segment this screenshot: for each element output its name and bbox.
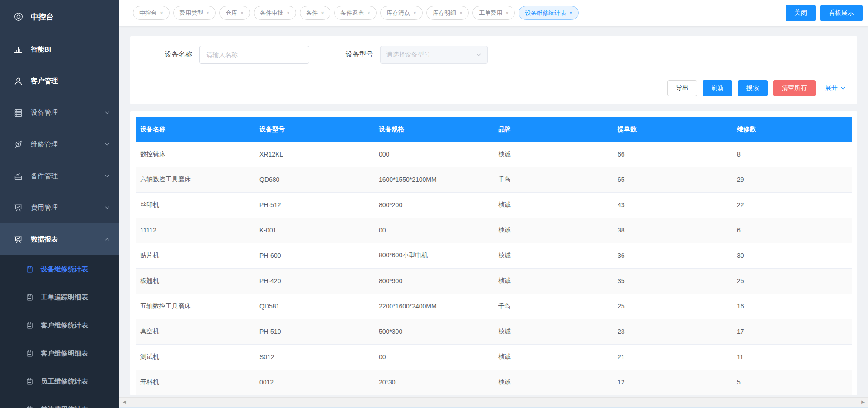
topbar: 中控台×费用类型×仓库×备件审批×备件×备件返仓×库存清点×库存明细×工单费用×…: [119, 0, 868, 26]
table-cell: 36: [613, 243, 732, 268]
close-icon[interactable]: ×: [287, 10, 290, 16]
scroll-left-icon[interactable]: ◀: [123, 400, 126, 404]
table-head: 设备名称设备型号设备规格品牌提单数维修数: [136, 117, 852, 142]
table-cell: 66: [613, 142, 732, 167]
sidebar-item[interactable]: 数据报表: [0, 223, 119, 255]
sidebar-item[interactable]: 维修管理: [0, 128, 119, 160]
tab-chip[interactable]: 设备维修统计表×: [519, 6, 579, 20]
close-button[interactable]: 关闭: [786, 5, 816, 21]
table-row[interactable]: 开料机001220*30桢诚125: [136, 370, 852, 395]
table-cell: 25: [613, 294, 732, 319]
sidebar-item-label: 数据报表: [31, 235, 58, 244]
close-icon[interactable]: ×: [505, 10, 509, 16]
table-cell: 500*300: [374, 319, 494, 344]
sidebar-item[interactable]: 智能BI: [0, 33, 119, 65]
close-icon[interactable]: ×: [569, 10, 572, 16]
table-cell: 桢诚: [494, 192, 613, 218]
tab-chip[interactable]: 备件审批×: [254, 6, 296, 20]
expense-icon: [14, 203, 23, 213]
close-icon[interactable]: ×: [367, 10, 370, 16]
board-display-button[interactable]: 看板展示: [820, 5, 863, 21]
export-button[interactable]: 导出: [667, 80, 697, 96]
sidebar-logo[interactable]: 中控台: [0, 0, 119, 33]
submenu-item[interactable]: 客户维修统计表: [0, 311, 119, 339]
tab-chip[interactable]: 费用类型×: [173, 6, 216, 20]
tab-chip[interactable]: 仓库×: [219, 6, 250, 20]
sidebar-item-label: 客户管理: [31, 77, 58, 85]
horizontal-scrollbar[interactable]: ◀ ▶: [119, 397, 868, 408]
table-row[interactable]: 六轴数控工具磨床QD6801600*1550*2100MM千岛6529: [136, 167, 852, 192]
table-row[interactable]: 数控铣床XR12KL000桢诚668: [136, 142, 852, 167]
tab-chip[interactable]: 备件×: [300, 6, 330, 20]
sidebar-item-label: 维修管理: [31, 140, 58, 149]
expand-label: 展开: [825, 84, 838, 92]
submenu-item[interactable]: 员工维修统计表: [0, 367, 119, 395]
table-cell: 数控铣床: [136, 142, 255, 167]
table-cell: 五轴数控工具磨床: [136, 294, 255, 319]
close-icon[interactable]: ×: [413, 10, 416, 16]
sheet-icon: [25, 293, 34, 302]
sidebar-item[interactable]: 费用管理: [0, 192, 119, 223]
filter-form: 设备名称 设备型号 请选择设备型号: [130, 36, 857, 73]
sidebar-item[interactable]: 设备管理: [0, 97, 119, 128]
spareparts-icon: [14, 171, 23, 181]
sidebar-item[interactable]: 备件管理: [0, 160, 119, 192]
table-cell: 23: [613, 319, 732, 344]
device-name-input[interactable]: [199, 46, 309, 64]
close-icon[interactable]: ×: [321, 10, 324, 16]
table-row[interactable]: 测试机S01200桢诚2111: [136, 344, 852, 370]
tab-label: 仓库: [226, 9, 237, 17]
app-title: 中控台: [31, 12, 54, 22]
table-row[interactable]: 丝印机PH-512800*200桢诚4322: [136, 192, 852, 218]
table-row[interactable]: 五轴数控工具磨床QD5812200*1600*2400MM千岛2516: [136, 294, 852, 319]
close-icon[interactable]: ×: [160, 10, 163, 16]
tab-chip[interactable]: 库存明细×: [426, 6, 469, 20]
table-cell: 开料机: [136, 370, 255, 395]
sidebar: 中控台 智能BI客户管理设备管理维修管理备件管理费用管理数据报表 设备维修统计表…: [0, 0, 119, 408]
table-cell: 30: [732, 243, 852, 268]
device-icon: [14, 108, 23, 118]
table-row[interactable]: 11112K-00100桢诚386: [136, 218, 852, 243]
clear-all-button[interactable]: 清空所有: [773, 80, 816, 96]
table-row[interactable]: 贴片机PH-600800*600小型电机桢诚3630: [136, 243, 852, 268]
sheet-icon: [25, 349, 34, 358]
submenu-item[interactable]: 客户维修明细表: [0, 339, 119, 367]
device-model-placeholder: 请选择设备型号: [386, 51, 430, 59]
chevron-up-icon: [104, 236, 110, 242]
table-row[interactable]: 板翘机PH-420800*900桢诚3525: [136, 268, 852, 294]
expand-toggle[interactable]: 展开: [825, 84, 846, 92]
device-model-select[interactable]: 请选择设备型号: [380, 46, 488, 64]
submenu-item[interactable]: 工单追踪明细表: [0, 283, 119, 311]
tab-chip[interactable]: 库存清点×: [380, 6, 423, 20]
submenu-item-label: 差旅费用统计表: [41, 405, 88, 408]
table-cell: 43: [613, 192, 732, 218]
column-header: 品牌: [494, 117, 613, 142]
tab-chip[interactable]: 工单费用×: [472, 6, 515, 20]
table-cell: 真空机: [136, 319, 255, 344]
refresh-button[interactable]: 刷新: [703, 80, 732, 96]
table-cell: PH-600: [255, 243, 374, 268]
table-cell: 21: [613, 344, 732, 370]
close-icon[interactable]: ×: [206, 10, 209, 16]
tab-chip[interactable]: 备件返仓×: [334, 6, 377, 20]
column-header: 设备名称: [136, 117, 255, 142]
table-cell: 板翘机: [136, 268, 255, 294]
submenu-item[interactable]: 设备维修统计表: [0, 255, 119, 283]
table-cell: 桢诚: [494, 218, 613, 243]
close-icon[interactable]: ×: [459, 10, 462, 16]
close-icon[interactable]: ×: [241, 10, 244, 16]
report-icon: [14, 235, 23, 244]
sidebar-item[interactable]: 客户管理: [0, 65, 119, 97]
tab-label: 库存清点: [387, 9, 410, 17]
tab-label: 库存明细: [433, 9, 456, 17]
submenu-item[interactable]: 差旅费用统计表: [0, 395, 119, 408]
table-row[interactable]: 真空机PH-510500*300桢诚2317: [136, 319, 852, 344]
tab-bar: 中控台×费用类型×仓库×备件审批×备件×备件返仓×库存清点×库存明细×工单费用×…: [133, 6, 778, 20]
sidebar-item-label: 费用管理: [31, 204, 58, 212]
table-body: 数控铣床XR12KL000桢诚668六轴数控工具磨床QD6801600*1550…: [136, 142, 852, 395]
tab-chip[interactable]: 中控台×: [133, 6, 170, 20]
scroll-right-icon[interactable]: ▶: [861, 400, 865, 404]
search-button[interactable]: 搜索: [738, 80, 768, 96]
actions-row: 导出 刷新 搜索 清空所有 展开: [130, 73, 857, 104]
table-cell: QD581: [255, 294, 374, 319]
